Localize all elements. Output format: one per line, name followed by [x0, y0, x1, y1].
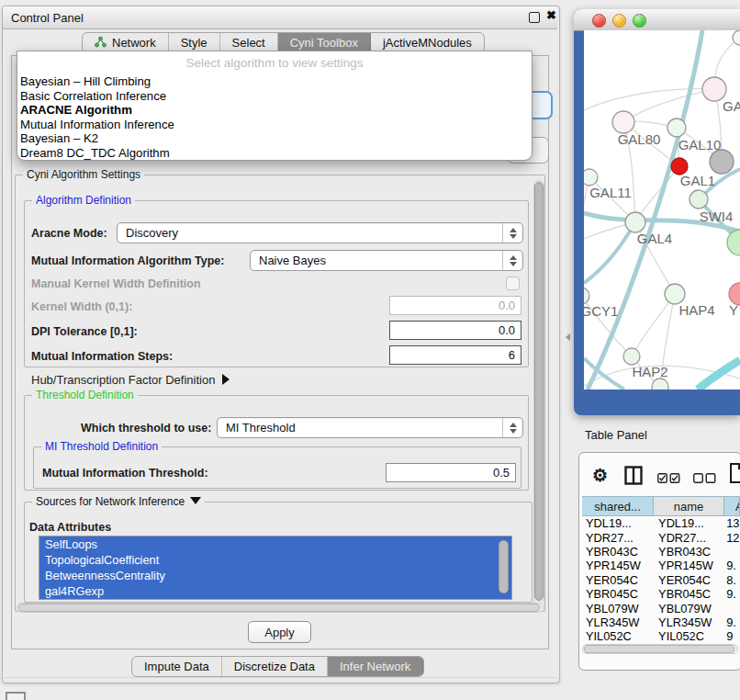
tab-style[interactable]: Style [169, 33, 220, 52]
tab-infer-network[interactable]: Infer Network [328, 657, 423, 676]
table-row[interactable]: YBL079WYBL079W [582, 601, 740, 615]
table-row[interactable]: YPR145WYPR145W9. [582, 559, 740, 572]
network-node[interactable] [665, 284, 685, 304]
data-attribute-item[interactable]: TopologicalCoefficient [39, 552, 511, 568]
network-node[interactable] [623, 348, 640, 365]
algorithm-option[interactable]: Bayesian – K2 [17, 131, 532, 146]
network-node[interactable] [612, 111, 634, 133]
network-node[interactable] [625, 212, 645, 232]
minimize-traffic-light-icon[interactable] [612, 14, 626, 28]
network-canvas[interactable]: GALGAL80GAL10GAL1GAL11SWI4GAL4GCY1HAP4YH… [584, 30, 740, 390]
column-header-clipped[interactable]: A [724, 497, 740, 515]
group-title: Algorithm Definition [32, 194, 135, 207]
table-cell: YER054C [582, 573, 653, 587]
table-cell: YBR045C [653, 587, 724, 601]
hub-definition-label: Hub/Transcription Factor Definition [31, 373, 215, 387]
close-traffic-light-icon[interactable] [592, 14, 606, 28]
table-row[interactable]: YBR043CYBR043C [582, 545, 740, 559]
data-attributes-list[interactable]: SelfLoopsTopologicalCoefficientBetweenne… [39, 536, 512, 600]
new-file-icon[interactable] [729, 462, 740, 488]
network-node[interactable] [667, 119, 686, 137]
dpi-tolerance-field[interactable] [389, 321, 521, 340]
control-panel-titlebar[interactable] [3, 6, 557, 29]
network-node-label: GAL4 [637, 231, 672, 246]
tab-network[interactable]: Network [83, 33, 169, 52]
algorithm-option[interactable]: Basic Correlation Inference [17, 89, 532, 104]
table-cell: 9. [724, 615, 740, 629]
tab-impute-data[interactable]: Impute Data [132, 657, 222, 676]
tab-label: Network [112, 36, 156, 50]
mi-algorithm-type-select[interactable]: Naive Bayes [250, 250, 523, 271]
network-node[interactable] [652, 378, 668, 390]
which-threshold-select[interactable]: MI Threshold [217, 417, 523, 438]
mi-steps-field[interactable] [389, 345, 521, 365]
float-window-icon[interactable] [529, 12, 540, 23]
panel-resize-handle-icon[interactable] [566, 333, 570, 341]
tab-label: Impute Data [144, 660, 209, 673]
table-cell: 9. [724, 559, 740, 572]
select-all-checkboxes-icon[interactable] [657, 470, 680, 487]
table-cell: YPR145W [582, 559, 653, 572]
split-columns-icon[interactable] [624, 466, 643, 489]
algorithm-option[interactable]: Mutual Information Inference [17, 118, 532, 132]
zoom-traffic-light-icon[interactable] [633, 14, 646, 28]
application-root: Control Panel ✖ Network Style Select Cyn… [0, 0, 740, 700]
network-node[interactable] [584, 288, 589, 304]
table-panel-title: Table Panel [585, 428, 647, 442]
network-node[interactable] [584, 169, 598, 186]
tab-label: Cyni Toolbox [290, 36, 358, 50]
hub-definition-toggle[interactable]: Hub/Transcription Factor Definition [31, 373, 230, 387]
network-node-label: HAP4 [678, 302, 714, 318]
table-row[interactable]: YDR27...YDR27...12 [582, 530, 740, 544]
minimized-panel-icon[interactable] [6, 692, 26, 700]
deselect-all-checkboxes-icon[interactable] [693, 470, 716, 487]
settings-vertical-scrollbar[interactable] [533, 180, 544, 604]
algorithm-option[interactable]: Bayesian – Hill Climbing [17, 74, 532, 89]
table-row[interactable]: YBR045CYBR045C9. [582, 587, 740, 601]
table-row[interactable]: YER054CYER054C8. [582, 573, 740, 587]
table-cell: YER054C [653, 573, 724, 587]
close-icon[interactable]: ✖ [546, 8, 556, 22]
table-cell: YDL19... [653, 516, 724, 530]
column-header-shared-name[interactable]: shared... [582, 497, 654, 515]
mi-threshold-field[interactable] [386, 463, 516, 482]
kernel-width-field[interactable] [389, 296, 521, 315]
network-svg: GALGAL80GAL10GAL1GAL11SWI4GAL4GCY1HAP4YH… [584, 30, 740, 390]
settings-horizontal-scrollbar[interactable] [17, 603, 544, 613]
tab-jactivemnodules[interactable]: jActiveMNodules [371, 33, 484, 52]
data-attribute-item[interactable]: SelfLoops [39, 536, 511, 552]
scrollbar-thumb[interactable] [584, 645, 734, 653]
table-cell: YDR27... [653, 531, 724, 545]
data-attribute-item[interactable]: BetweennessCentrality [39, 568, 511, 583]
scrollbar-thumb[interactable] [18, 604, 540, 612]
table-row[interactable]: YDL19...YDL19...13 [582, 516, 740, 530]
combo-arrows-icon [502, 251, 522, 270]
apply-button[interactable]: Apply [248, 621, 311, 643]
table-row[interactable]: YIL052CYIL052C9 [582, 629, 740, 643]
network-node[interactable] [690, 190, 708, 209]
table-cell: YBR045C [582, 587, 653, 601]
table-row[interactable]: YLR345WYLR345W9. [582, 615, 740, 629]
table-cell: YBL079W [582, 602, 653, 615]
column-header-name[interactable]: name [654, 497, 724, 515]
algorithm-option[interactable]: ARACNE Algorithm [17, 103, 532, 118]
group-title: MI Threshold Definition [41, 440, 162, 453]
aracne-mode-select[interactable]: Discovery [117, 222, 523, 243]
group-title: Threshold Definition [32, 389, 138, 401]
apply-label: Apply [264, 626, 295, 639]
tab-discretize-data[interactable]: Discretize Data [222, 657, 328, 676]
table-horizontal-scrollbar[interactable] [582, 644, 738, 654]
tab-select[interactable]: Select [220, 33, 278, 52]
sources-toggle[interactable]: Sources for Network Inference [32, 495, 205, 508]
data-attribute-item[interactable]: gal4RGexp [39, 583, 511, 599]
algorithm-option[interactable]: Dream8 DC_TDC Algorithm [17, 146, 532, 161]
gear-icon[interactable]: ⚙ [592, 465, 608, 486]
manual-kernel-checkbox[interactable] [506, 277, 520, 290]
network-tab-icon [95, 36, 107, 51]
list-scrollbar-thumb[interactable] [499, 540, 509, 593]
table-cell: 12 [724, 531, 740, 545]
tab-cyni-toolbox[interactable]: Cyni Toolbox [278, 33, 371, 52]
network-node[interactable] [710, 150, 734, 174]
scrollbar-thumb[interactable] [534, 182, 544, 601]
table-cell: YDL19... [582, 516, 653, 530]
